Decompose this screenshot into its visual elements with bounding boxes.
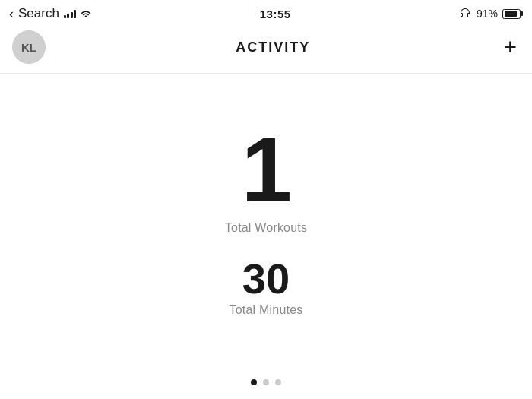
- total-workouts-label: Total Workouts: [225, 221, 307, 235]
- page-dots: [251, 379, 281, 385]
- page-title: ACTIVITY: [236, 40, 310, 55]
- page-dot-3[interactable]: [275, 379, 281, 385]
- total-workouts-value: 1: [242, 124, 291, 215]
- back-label[interactable]: Search: [18, 6, 59, 21]
- status-time: 13:55: [260, 8, 291, 21]
- headphone-icon: [458, 8, 472, 21]
- battery-percentage: 91%: [477, 8, 498, 20]
- wifi-icon: [80, 8, 92, 20]
- cellular-icon: [64, 9, 77, 18]
- total-workouts-block: 1 Total Workouts: [225, 124, 307, 235]
- signal-icons: [64, 8, 93, 20]
- total-minutes-label: Total Minutes: [230, 303, 303, 317]
- total-minutes-value: 30: [242, 258, 290, 300]
- add-button[interactable]: +: [500, 36, 520, 59]
- back-chevron-icon: ‹: [9, 6, 14, 22]
- page-dot-2[interactable]: [263, 379, 269, 385]
- page-dot-1[interactable]: [251, 379, 257, 385]
- avatar[interactable]: KL: [12, 30, 46, 64]
- battery-icon: [502, 9, 523, 19]
- status-bar-left: ‹ Search: [9, 6, 92, 22]
- main-content: 1 Total Workouts 30 Total Minutes: [0, 89, 532, 374]
- status-bar-right: 91%: [458, 8, 523, 21]
- status-bar: ‹ Search 13:55 91%: [0, 0, 532, 27]
- total-minutes-block: 30 Total Minutes: [230, 258, 303, 317]
- nav-bar: KL ACTIVITY +: [0, 27, 532, 74]
